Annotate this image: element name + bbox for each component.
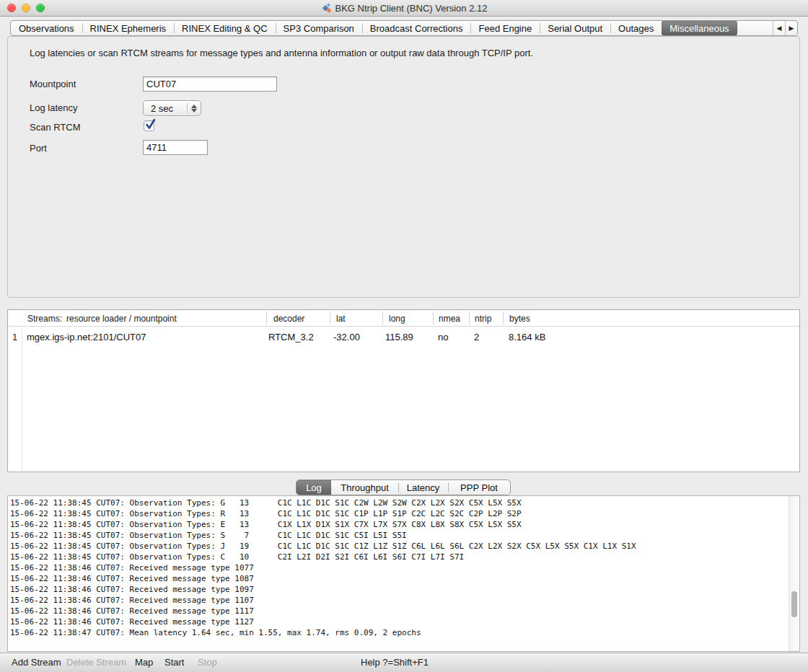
tab-scroll-right-icon[interactable]: ▶: [785, 21, 797, 35]
tab-rinex-ephemeris[interactable]: RINEX Ephemeris: [82, 21, 174, 35]
streams-table: Streams: resource loader / mountpoint de…: [7, 309, 800, 472]
window-controls: [7, 4, 45, 12]
log-latency-value: 2 sec: [144, 103, 187, 114]
start-button[interactable]: Start: [164, 653, 184, 672]
log-scrollbar-thumb[interactable]: [791, 591, 797, 617]
row-number: 1: [8, 332, 22, 342]
log-content: 15-06-22 11:38:45 CUT07: Observation Typ…: [8, 495, 799, 638]
log-output-area[interactable]: 15-06-22 11:38:45 CUT07: Observation Typ…: [7, 495, 800, 652]
log-line: 15-06-22 11:38:45 CUT07: Observation Typ…: [10, 552, 799, 562]
log-line: 15-06-22 11:38:46 CUT07: Received messag…: [10, 616, 799, 627]
cell-ntrip: 2: [474, 332, 479, 342]
help-shortcut-label: Help ?=Shift+F1: [361, 653, 429, 672]
tab-throughput[interactable]: Throughput: [331, 480, 398, 495]
port-input[interactable]: [143, 140, 208, 155]
tab-rinex-editing-qc[interactable]: RINEX Editing & QC: [174, 21, 276, 35]
bnc-window: BKG Ntrip Client (BNC) Version 2.12 Obse…: [0, 0, 808, 672]
stream-row-1[interactable]: 1 mgex.igs-ip.net:2101/CUT07 RTCM_3.2 -3…: [8, 327, 799, 346]
header-nmea: nmea: [439, 314, 460, 324]
minimize-window-button[interactable]: [22, 4, 30, 12]
streams-table-header: Streams: resource loader / mountpoint de…: [8, 310, 799, 327]
cell-bytes: 8.164 kB: [509, 332, 545, 342]
title-bar: BKG Ntrip Client (BNC) Version 2.12: [0, 0, 808, 17]
cell-lat: -32.00: [333, 332, 360, 342]
header-decoder: decoder: [273, 314, 304, 324]
close-window-button[interactable]: [7, 4, 16, 12]
tab-scroll-left-icon[interactable]: ◀: [773, 21, 785, 35]
header-ntrip: ntrip: [475, 314, 491, 324]
log-scrollbar[interactable]: [789, 496, 799, 651]
cell-nmea: no: [438, 332, 448, 342]
tab-sp3-comparison[interactable]: SP3 Comparison: [276, 21, 362, 35]
tab-miscellaneous[interactable]: Miscellaneous: [662, 21, 737, 35]
cell-long: 115.89: [385, 332, 413, 342]
scan-rtcm-checkbox[interactable]: [144, 120, 154, 131]
tab-observations[interactable]: Observations: [11, 21, 82, 35]
stepper-arrows-icon: [188, 105, 201, 112]
log-line: 15-06-22 11:38:45 CUT07: Observation Typ…: [10, 519, 799, 530]
add-stream-button[interactable]: Add Stream: [12, 653, 61, 672]
window-title: BKG Ntrip Client (BNC) Version 2.12: [335, 3, 488, 14]
stop-button: Stop: [198, 653, 217, 672]
header-long: long: [389, 314, 405, 324]
status-bar: Add Stream Delete Stream Map Start Stop …: [0, 653, 808, 672]
tab-outages[interactable]: Outages: [610, 21, 662, 35]
log-line: 15-06-22 11:38:46 CUT07: Received messag…: [10, 584, 799, 595]
header-lat: lat: [336, 314, 346, 324]
log-line: 15-06-22 11:38:46 CUT07: Received messag…: [10, 562, 799, 573]
log-line: 15-06-22 11:38:45 CUT07: Observation Typ…: [10, 541, 799, 552]
delete-stream-button: Delete Stream: [66, 653, 126, 672]
header-streams: Streams:: [27, 314, 62, 324]
zoom-window-button[interactable]: [36, 4, 45, 12]
tab-broadcast-corrections[interactable]: Broadcast Corrections: [362, 21, 471, 35]
tab-serial-output[interactable]: Serial Output: [540, 21, 610, 35]
miscellaneous-panel: Log latencies or scan RTCM streams for m…: [7, 36, 800, 298]
cell-mountpoint: mgex.igs-ip.net:2101/CUT07: [27, 332, 146, 342]
log-line: 15-06-22 11:38:46 CUT07: Received messag…: [10, 573, 799, 584]
bnc-app-icon: [321, 3, 332, 14]
log-line: 15-06-22 11:38:47 CUT07: Mean latency 1.…: [10, 627, 799, 638]
mountpoint-label: Mountpoint: [30, 79, 76, 89]
log-line: 15-06-22 11:38:45 CUT07: Observation Typ…: [10, 508, 799, 519]
tab-log[interactable]: Log: [297, 480, 331, 495]
tab-latency[interactable]: Latency: [398, 480, 448, 495]
log-line: 15-06-22 11:38:46 CUT07: Received messag…: [10, 606, 799, 616]
log-line: 15-06-22 11:38:46 CUT07: Received messag…: [10, 595, 799, 606]
scan-rtcm-label: Scan RTCM: [30, 122, 81, 133]
tab-feed-engine[interactable]: Feed Engine: [470, 21, 540, 35]
log-line: 15-06-22 11:38:45 CUT07: Observation Typ…: [10, 498, 799, 508]
checkmark-icon: [145, 118, 157, 131]
panel-description: Log latencies or scan RTCM streams for m…: [30, 48, 533, 58]
header-bytes: bytes: [509, 314, 530, 324]
log-latency-label: Log latency: [30, 102, 78, 113]
main-tab-bar: Observations RINEX Ephemeris RINEX Editi…: [10, 20, 798, 36]
map-button[interactable]: Map: [135, 653, 153, 672]
cell-decoder: RTCM_3.2: [268, 332, 314, 342]
log-line: 15-06-22 11:38:45 CUT07: Observation Typ…: [10, 530, 799, 541]
header-mountpoint: resource loader / mountpoint: [66, 314, 177, 324]
log-latency-select[interactable]: 2 sec: [143, 100, 201, 116]
tab-ppp-plot[interactable]: PPP Plot: [448, 480, 510, 495]
log-tab-bar: Log Throughput Latency PPP Plot: [296, 479, 511, 495]
mountpoint-input[interactable]: [143, 76, 277, 92]
port-label: Port: [30, 143, 47, 154]
